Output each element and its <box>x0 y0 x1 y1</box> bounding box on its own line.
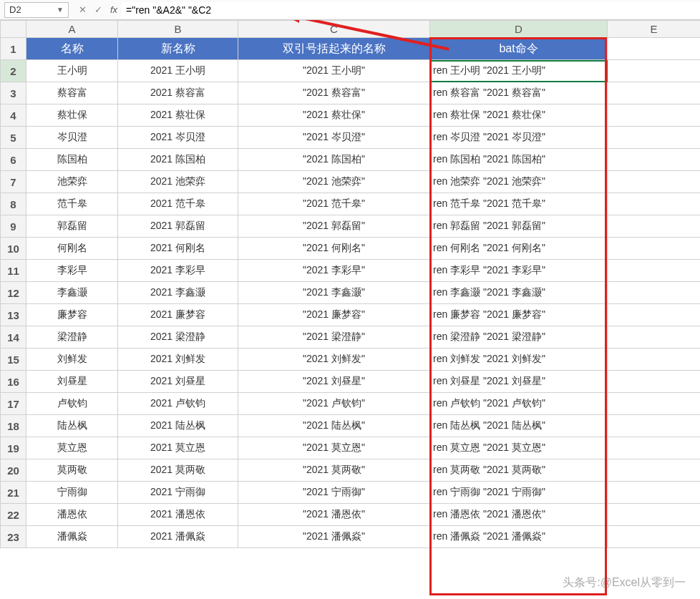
cell[interactable]: "2021 何刚名" <box>238 238 430 260</box>
name-box[interactable]: D2 ▼ <box>4 2 69 18</box>
cell[interactable]: "2021 宁雨御" <box>238 482 430 504</box>
cell[interactable] <box>608 371 701 393</box>
cell[interactable]: 2021 刘昼星 <box>118 371 238 393</box>
cell[interactable]: 2021 莫立恩 <box>118 437 238 459</box>
row-header[interactable]: 16 <box>1 371 26 393</box>
fx-icon[interactable]: fx <box>106 4 122 15</box>
cell[interactable]: 2021 陆丛枫 <box>118 415 238 437</box>
cell[interactable]: 李鑫灏 <box>26 282 118 304</box>
cell[interactable]: 2021 莫两敬 <box>118 459 238 482</box>
cell[interactable]: 卢钦钧 <box>26 393 118 415</box>
cell[interactable]: 2021 岑贝澄 <box>118 127 238 149</box>
cell[interactable]: 2021 潘佩焱 <box>118 526 238 548</box>
cell[interactable]: ren 李彩早 "2021 李彩早" <box>430 260 608 282</box>
cell[interactable]: "2021 范千皋" <box>238 193 430 215</box>
cell[interactable]: ren 李鑫灏 "2021 李鑫灏" <box>430 282 608 304</box>
cell[interactable]: "2021 池荣弈" <box>238 171 430 193</box>
cell[interactable]: ren 莫两敬 "2021 莫两敬" <box>430 459 608 482</box>
cell[interactable]: ren 宁雨御 "2021 宁雨御" <box>430 482 608 504</box>
cell[interactable] <box>608 60 701 82</box>
row-header[interactable]: 10 <box>1 238 26 260</box>
cell[interactable]: 陈国柏 <box>26 149 118 171</box>
row-header[interactable]: 11 <box>1 260 26 282</box>
cell[interactable]: "2021 卢钦钧" <box>238 393 430 415</box>
row-header[interactable]: 2 <box>1 60 26 82</box>
cell[interactable]: ren 池荣弈 "2021 池荣弈" <box>430 171 608 193</box>
cell[interactable]: 2021 李彩早 <box>118 260 238 282</box>
cancel-icon[interactable]: ✕ <box>74 2 90 18</box>
cell[interactable]: ren 卢钦钧 "2021 卢钦钧" <box>430 393 608 415</box>
name-box-dropdown-icon[interactable]: ▼ <box>57 6 64 14</box>
row-header[interactable]: 17 <box>1 393 26 415</box>
enter-icon[interactable]: ✓ <box>90 2 106 18</box>
cell[interactable]: "2021 梁澄静" <box>238 326 430 349</box>
cell[interactable]: 岑贝澄 <box>26 127 118 149</box>
cell[interactable]: ren 廉梦容 "2021 廉梦容" <box>430 304 608 326</box>
header-cell[interactable]: bat命令 <box>430 38 608 60</box>
cell[interactable]: 李彩早 <box>26 260 118 282</box>
row-header[interactable]: 7 <box>1 171 26 193</box>
cell[interactable] <box>608 526 701 548</box>
cell[interactable]: "2021 莫立恩" <box>238 437 430 459</box>
row-header[interactable]: 9 <box>1 215 26 238</box>
cell[interactable]: 2021 刘鲜发 <box>118 349 238 371</box>
cell[interactable] <box>608 304 701 326</box>
row-header[interactable]: 5 <box>1 127 26 149</box>
cell[interactable]: ren 潘佩焱 "2021 潘佩焱" <box>430 526 608 548</box>
row-header[interactable]: 19 <box>1 437 26 459</box>
col-header-B[interactable]: B <box>118 21 238 38</box>
cell[interactable]: ren 陈国柏 "2021 陈国柏" <box>430 149 608 171</box>
cell[interactable]: 2021 宁雨御 <box>118 482 238 504</box>
cell[interactable] <box>608 38 701 60</box>
cell[interactable] <box>608 260 701 282</box>
row-header[interactable]: 6 <box>1 149 26 171</box>
cell[interactable] <box>608 393 701 415</box>
cell[interactable]: "2021 廉梦容" <box>238 304 430 326</box>
cell[interactable]: 范千皋 <box>26 193 118 215</box>
cell[interactable] <box>608 349 701 371</box>
cell[interactable] <box>608 193 701 215</box>
cell[interactable]: ren 蔡壮保 "2021 蔡壮保" <box>430 104 608 127</box>
cell[interactable]: ren 刘鲜发 "2021 刘鲜发" <box>430 349 608 371</box>
cell[interactable]: "2021 王小明" <box>238 60 430 82</box>
cell[interactable]: "2021 郭磊留" <box>238 215 430 238</box>
cell[interactable]: 潘恩依 <box>26 504 118 526</box>
cell[interactable]: 刘昼星 <box>26 371 118 393</box>
row-header[interactable]: 20 <box>1 459 26 482</box>
cell[interactable]: 2021 潘恩依 <box>118 504 238 526</box>
row-header[interactable]: 18 <box>1 415 26 437</box>
cell[interactable]: "2021 蔡容富" <box>238 82 430 104</box>
cell[interactable]: "2021 岑贝澄" <box>238 127 430 149</box>
cell[interactable]: 池荣弈 <box>26 171 118 193</box>
cell[interactable] <box>608 459 701 482</box>
row-header[interactable]: 12 <box>1 282 26 304</box>
cell[interactable] <box>608 482 701 504</box>
row-header[interactable]: 8 <box>1 193 26 215</box>
row-header[interactable]: 3 <box>1 82 26 104</box>
cell[interactable]: ren 刘昼星 "2021 刘昼星" <box>430 371 608 393</box>
cell[interactable]: 2021 郭磊留 <box>118 215 238 238</box>
cell[interactable] <box>608 104 701 127</box>
row-header[interactable]: 15 <box>1 349 26 371</box>
cell[interactable]: 宁雨御 <box>26 482 118 504</box>
cell[interactable]: ren 梁澄静 "2021 梁澄静" <box>430 326 608 349</box>
cell[interactable]: 刘鲜发 <box>26 349 118 371</box>
cell[interactable]: 2021 池荣弈 <box>118 171 238 193</box>
cell[interactable]: 2021 何刚名 <box>118 238 238 260</box>
cell[interactable] <box>608 437 701 459</box>
cell[interactable] <box>608 326 701 349</box>
row-header[interactable]: 13 <box>1 304 26 326</box>
cell[interactable]: 2021 蔡容富 <box>118 82 238 104</box>
cell[interactable]: "2021 蔡壮保" <box>238 104 430 127</box>
select-all-corner[interactable] <box>1 21 26 38</box>
cell[interactable]: "2021 李彩早" <box>238 260 430 282</box>
cell[interactable] <box>608 149 701 171</box>
grid[interactable]: A B C D E 1 名称 新名称 双引号括起来的名称 bat命令 2王小明2… <box>0 20 700 599</box>
cell[interactable]: 陆丛枫 <box>26 415 118 437</box>
cell[interactable]: 王小明 <box>26 60 118 82</box>
col-header-D[interactable]: D <box>430 21 608 38</box>
cell[interactable]: 莫两敬 <box>26 459 118 482</box>
cell[interactable]: 郭磊留 <box>26 215 118 238</box>
cell[interactable] <box>608 171 701 193</box>
cell[interactable]: ren 王小明 "2021 王小明" <box>430 60 608 82</box>
